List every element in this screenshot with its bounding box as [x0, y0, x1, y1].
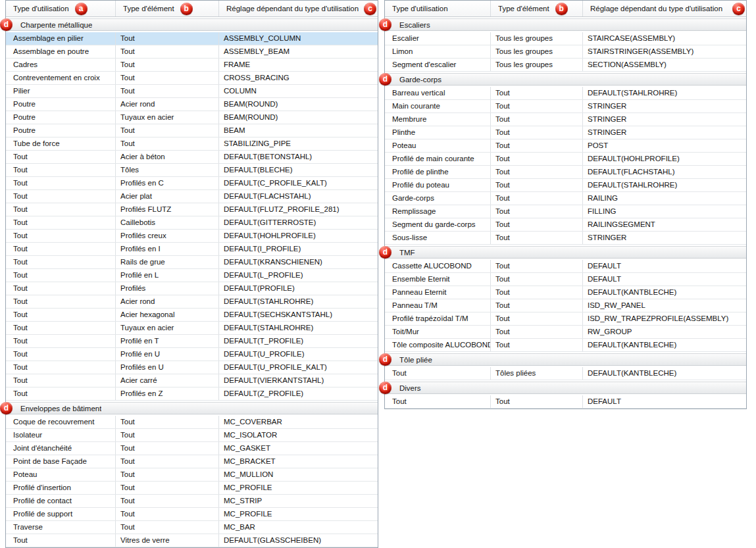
- table-row[interactable]: Tout Profilé en L DEFAULT(L_PROFILE): [6, 269, 378, 282]
- table-row[interactable]: Ensemble Eternit Tout DEFAULT: [385, 273, 746, 286]
- cell-usage-setting: DEFAULT(C_PROFILE_KALT): [218, 177, 378, 189]
- table-row[interactable]: Profilé de support Tout MC_PROFILE: [6, 508, 378, 521]
- table-row[interactable]: Poutre Tout BEAM: [6, 124, 378, 137]
- table-row[interactable]: Tout Profilés en Z DEFAULT(Z_PROFILE): [6, 387, 378, 401]
- section-header: d Garde-corps: [385, 73, 746, 86]
- cell-usage-setting: DEFAULT(BETONSTAHL): [218, 151, 378, 163]
- table-row[interactable]: Profilé de main courante Tout DEFAULT(HO…: [385, 153, 746, 166]
- column-header-element-type[interactable]: Type d'élément b: [115, 1, 218, 16]
- table-row[interactable]: Tout Tout DEFAULT: [385, 395, 746, 409]
- table-row[interactable]: Membrure Tout STRINGER: [385, 113, 746, 126]
- callout-b-badge: b: [555, 3, 568, 15]
- table-row[interactable]: Tout Profilés en U DEFAULT(U_PROFILE_KAL…: [6, 361, 378, 374]
- table-row[interactable]: Tout Vitres de verre DEFAULT(GLASSCHEIBE…: [6, 534, 378, 547]
- table-row[interactable]: Profilé de contact Tout MC_STRIP: [6, 495, 378, 508]
- table-row[interactable]: Poutre Acier rond BEAM(ROUND): [6, 98, 378, 111]
- table-row[interactable]: Main courante Tout STRINGER: [385, 100, 746, 113]
- table-row[interactable]: Cassette ALUCOBOND Tout DEFAULT: [385, 260, 746, 273]
- cell-usage-type: Tout: [6, 282, 115, 295]
- table-row[interactable]: Joint d'étanchéité Tout MC_GASKET: [6, 442, 378, 455]
- cell-usage-setting: DEFAULT: [582, 395, 746, 408]
- table-row[interactable]: Segment du garde-corps Tout RAILINGSEGME…: [385, 218, 746, 232]
- table-row[interactable]: Profilé trapézoïdal T/M Tout ISD_RW_TRAP…: [385, 312, 746, 326]
- table-row[interactable]: Tout Profilé en U DEFAULT(U_PROFILE): [6, 348, 378, 361]
- table-row[interactable]: Traverse Tout MC_BAR: [6, 521, 378, 534]
- table-row[interactable]: Assemblage en pilier Tout ASSEMBLY_COLUM…: [6, 32, 378, 45]
- table-row[interactable]: Coque de recouvrement Tout MC_COVERBAR: [6, 416, 378, 429]
- table-row[interactable]: Tout Acier carré DEFAULT(VIERKANTSTAHL): [6, 374, 378, 387]
- cell-element-type: Profilés en I: [115, 243, 218, 255]
- column-header-usage-setting[interactable]: Réglage dépendant du type d'utilisation …: [582, 1, 746, 16]
- cell-usage-type: Profilé d'insertion: [6, 482, 115, 494]
- section-header: d Tôle pliée: [385, 353, 746, 366]
- cell-usage-type: Segment du garde-corps: [385, 218, 490, 231]
- table-row[interactable]: Barreau vertical Tout DEFAULT(STAHLROHRE…: [385, 87, 746, 100]
- table-row[interactable]: Tôle composite ALUCOBOND Tout DEFAULT(KA…: [385, 339, 746, 352]
- cell-usage-type: Tout: [6, 243, 115, 255]
- table-row[interactable]: Poteau Tout MC_MULLION: [6, 468, 378, 482]
- table-row[interactable]: Tout Profilés en C DEFAULT(C_PROFILE_KAL…: [6, 177, 378, 190]
- table-row[interactable]: Tout Acier hexagonal DEFAULT(SECHSKANTST…: [6, 309, 378, 322]
- table-row[interactable]: Profilé d'insertion Tout MC_PROFILE: [6, 482, 378, 495]
- cell-usage-setting: DEFAULT(U_PROFILE): [218, 348, 378, 361]
- cell-usage-type: Tout: [6, 216, 115, 229]
- table-row[interactable]: Segment d'escalier Tous les groupes SECT…: [385, 59, 746, 72]
- cell-element-type: Tout: [115, 59, 218, 71]
- cell-usage-setting: DEFAULT(T_PROFILE): [218, 335, 378, 347]
- cell-usage-setting: ISD_RW_PANEL: [582, 299, 746, 312]
- table-row[interactable]: Tout Acier rond DEFAULT(STAHLROHRE): [6, 295, 378, 309]
- cell-element-type: Profilés en U: [115, 361, 218, 374]
- table-row[interactable]: Point de base Façade Tout MC_BRACKET: [6, 455, 378, 468]
- cell-element-type: Tout: [115, 482, 218, 494]
- table-row[interactable]: Tout Profilés FLUTZ DEFAULT(FLUTZ_PROFIL…: [6, 203, 378, 216]
- cell-element-type: Profilé en L: [115, 269, 218, 282]
- table-row[interactable]: Toit/Mur Tout RW_GROUP: [385, 326, 746, 339]
- cell-usage-type: Tout: [6, 230, 115, 242]
- table-row[interactable]: Tout Profilés DEFAULT(PROFILE): [6, 282, 378, 295]
- table-row[interactable]: Tout Tuyaux en acier DEFAULT(STAHLROHRE): [6, 322, 378, 335]
- table-row[interactable]: Cadres Tout FRAME: [6, 59, 378, 72]
- cell-usage-type: Tout: [385, 367, 490, 380]
- cell-usage-type: Sous-lisse: [385, 232, 490, 244]
- cell-usage-type: Poutre: [6, 98, 115, 111]
- callout-b-badge: b: [180, 3, 193, 15]
- table-row[interactable]: Limon Tous les groupes STAIRSTRINGER(ASS…: [385, 45, 746, 59]
- table-row[interactable]: Tout Rails de grue DEFAULT(KRANSCHIENEN): [6, 256, 378, 269]
- table-row[interactable]: Sous-lisse Tout STRINGER: [385, 232, 746, 245]
- table-row[interactable]: Tout Caillebotis DEFAULT(GITTERROSTE): [6, 216, 378, 230]
- table-row[interactable]: Profilé du poteau Tout DEFAULT(STAHLROHR…: [385, 179, 746, 192]
- table-row[interactable]: Tout Profilé en T DEFAULT(T_PROFILE): [6, 335, 378, 348]
- table-row[interactable]: Assemblage en poutre Tout ASSEMBLY_BEAM: [6, 45, 378, 59]
- column-header-usage-setting[interactable]: Réglage dépendant du type d'utilisation …: [218, 1, 378, 16]
- cell-usage-type: Profilé de plinthe: [385, 166, 490, 178]
- table-row[interactable]: Escalier Tous les groupes STAIRCASE(ASSE…: [385, 32, 746, 45]
- cell-element-type: Tout: [490, 139, 582, 152]
- table-row[interactable]: Pilier Tout COLUMN: [6, 85, 378, 98]
- table-row[interactable]: Contreventement en croix Tout CROSS_BRAC…: [6, 72, 378, 85]
- table-row[interactable]: Isolateur Tout MC_ISOLATOR: [6, 429, 378, 442]
- cell-usage-setting: DEFAULT(PROFILE): [218, 282, 378, 295]
- table-row[interactable]: Plinthe Tout STRINGER: [385, 126, 746, 139]
- column-header-usage-type[interactable]: Type d'utilisation a: [6, 1, 115, 16]
- table-row[interactable]: Tout Profilés creux DEFAULT(HOHLPROFILE): [6, 230, 378, 243]
- cell-usage-type: Escalier: [385, 32, 490, 45]
- table-row[interactable]: Remplissage Tout FILLING: [385, 205, 746, 218]
- callout-d-badge: d: [0, 18, 13, 31]
- column-header-element-type[interactable]: Type d'élément b: [490, 1, 582, 16]
- table-row[interactable]: Tube de force Tout STABILIZING_PIPE: [6, 137, 378, 151]
- table-row[interactable]: Panneau T/M Tout ISD_RW_PANEL: [385, 299, 746, 312]
- table-row[interactable]: Tout Tôles DEFAULT(BLECHE): [6, 164, 378, 177]
- table-row[interactable]: Poteau Tout POST: [385, 139, 746, 153]
- table-row[interactable]: Profilé de plinthe Tout DEFAULT(FLACHSTA…: [385, 166, 746, 179]
- table-row[interactable]: Poutre Tuyaux en acier BEAM(ROUND): [6, 111, 378, 124]
- cell-usage-type: Segment d'escalier: [385, 59, 490, 71]
- column-header-usage-type[interactable]: Type d'utilisation: [385, 1, 490, 16]
- table-row[interactable]: Garde-corps Tout RAILING: [385, 192, 746, 205]
- cell-element-type: Tout: [490, 232, 582, 244]
- cell-usage-type: Main courante: [385, 100, 490, 112]
- table-row[interactable]: Panneau Eternit Tout DEFAULT(KANTBLECHE): [385, 286, 746, 299]
- table-row[interactable]: Tout Profilés en I DEFAULT(I_PROFILE): [6, 243, 378, 256]
- table-row[interactable]: Tout Acier à béton DEFAULT(BETONSTAHL): [6, 151, 378, 164]
- table-row[interactable]: Tout Acier plat DEFAULT(FLACHSTAHL): [6, 190, 378, 203]
- table-row[interactable]: Tout Tôles pliées DEFAULT(KANTBLECHE): [385, 367, 746, 380]
